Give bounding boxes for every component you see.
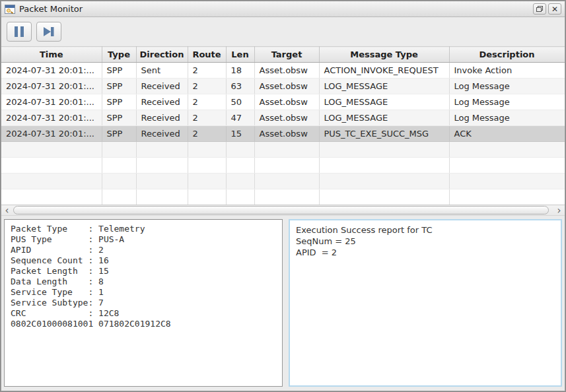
toolbar — [1, 17, 565, 46]
empty-table-row — [1, 142, 565, 158]
pause-icon — [15, 26, 24, 37]
table-cell — [102, 142, 136, 158]
packet-table: TimeTypeDirectionRouteLenTargetMessage T… — [1, 46, 565, 205]
table-cell — [1, 189, 102, 205]
message-details-text: Execution Success report for TC SeqNum =… — [290, 220, 561, 262]
table-cell — [1, 174, 102, 189]
table-cell — [449, 142, 565, 158]
table-row[interactable]: 2024-07-31 20:01:...SPPSent218Asset.obsw… — [1, 63, 565, 79]
packet-monitor-app-icon — [5, 5, 15, 14]
table-cell: Received — [136, 79, 188, 94]
table-cell: 15 — [226, 126, 254, 142]
table-cell: SPP — [102, 63, 136, 79]
table-cell: Asset.obsw — [254, 94, 319, 110]
column-header-len[interactable]: Len — [226, 47, 254, 63]
table-cell — [188, 189, 226, 205]
close-icon: ✕ — [551, 5, 558, 13]
table-cell: 2024-07-31 20:01:... — [1, 126, 102, 142]
table-cell — [449, 174, 565, 189]
table-cell — [188, 174, 226, 189]
restore-icon — [536, 6, 543, 12]
packet-monitor-window: Packet Monitor ✕ TimeTypeDirection — [0, 0, 566, 392]
table-cell: PUS_TC_EXE_SUCC_MSG — [319, 126, 449, 142]
restore-button[interactable] — [533, 3, 546, 15]
table-cell: ACK — [449, 126, 565, 142]
pause-button[interactable] — [7, 22, 32, 42]
table-cell: 2024-07-31 20:01:... — [1, 79, 102, 94]
table-cell: SPP — [102, 110, 136, 126]
table-cell: LOG_MESSAGE — [319, 110, 449, 126]
table-cell: 2 — [188, 126, 226, 142]
table-cell: Asset.obsw — [254, 126, 319, 142]
table-cell — [319, 189, 449, 205]
table-cell: Log Message — [449, 94, 565, 110]
table-row[interactable]: 2024-07-31 20:01:...SPPReceived250Asset.… — [1, 94, 565, 110]
table-cell — [449, 189, 565, 205]
table-cell: 2024-07-31 20:01:... — [1, 110, 102, 126]
table-cell: SPP — [102, 79, 136, 94]
column-header-route[interactable]: Route — [188, 47, 226, 63]
column-header-direction[interactable]: Direction — [136, 47, 188, 63]
step-forward-button[interactable] — [36, 22, 61, 42]
message-details-panel[interactable]: Execution Success report for TC SeqNum =… — [289, 219, 562, 387]
titlebar[interactable]: Packet Monitor ✕ — [1, 1, 565, 17]
table-cell: 2 — [188, 63, 226, 79]
column-header-target[interactable]: Target — [254, 47, 319, 63]
packet-details-panel[interactable]: Packet Type : Telemetry PUS Type : PUS-A… — [4, 219, 283, 387]
table-cell: 2 — [188, 79, 226, 94]
table-cell — [226, 158, 254, 174]
horizontal-scrollbar[interactable]: ‹ › — [1, 205, 565, 216]
table-cell — [254, 189, 319, 205]
table-cell: Received — [136, 126, 188, 142]
detail-panels: Packet Type : Telemetry PUS Type : PUS-A… — [4, 219, 562, 387]
table-cell — [319, 174, 449, 189]
table-cell: SPP — [102, 94, 136, 110]
table-cell: Invoke Action — [449, 63, 565, 79]
table-cell: Asset.obsw — [254, 79, 319, 94]
column-header-message-type[interactable]: Message Type — [319, 47, 449, 63]
table-cell: 2 — [188, 110, 226, 126]
table-cell — [188, 142, 226, 158]
table-cell — [136, 189, 188, 205]
table-cell — [1, 158, 102, 174]
table-cell: 50 — [226, 94, 254, 110]
table-cell — [226, 189, 254, 205]
table-cell: Asset.obsw — [254, 110, 319, 126]
table-cell — [254, 142, 319, 158]
table-cell: Asset.obsw — [254, 63, 319, 79]
column-header-time[interactable]: Time — [1, 47, 102, 63]
empty-table-row — [1, 189, 565, 205]
table-cell — [319, 158, 449, 174]
chevron-right-icon[interactable]: › — [553, 205, 565, 215]
scrollbar-thumb[interactable] — [13, 206, 549, 214]
table-cell: Received — [136, 94, 188, 110]
chevron-left-icon[interactable]: ‹ — [1, 205, 13, 215]
table-cell: ACTION_INVOKE_REQUEST — [319, 63, 449, 79]
table-row[interactable]: 2024-07-31 20:01:...SPPReceived263Asset.… — [1, 79, 565, 94]
table-cell: 2024-07-31 20:01:... — [1, 63, 102, 79]
table-cell — [1, 142, 102, 158]
packet-table-header-row: TimeTypeDirectionRouteLenTargetMessage T… — [1, 47, 565, 63]
close-button[interactable]: ✕ — [548, 3, 561, 15]
column-header-description[interactable]: Description — [449, 47, 565, 63]
table-cell: Received — [136, 110, 188, 126]
table-cell: LOG_MESSAGE — [319, 94, 449, 110]
table-cell: Log Message — [449, 110, 565, 126]
table-row[interactable]: 2024-07-31 20:01:...SPPReceived215Asset.… — [1, 126, 565, 142]
column-header-type[interactable]: Type — [102, 47, 136, 63]
table-cell: SPP — [102, 126, 136, 142]
table-row[interactable]: 2024-07-31 20:01:...SPPReceived247Asset.… — [1, 110, 565, 126]
table-cell — [136, 174, 188, 189]
table-cell — [226, 174, 254, 189]
table-cell — [136, 142, 188, 158]
step-forward-icon — [43, 26, 55, 37]
table-cell: 18 — [226, 63, 254, 79]
table-cell — [102, 174, 136, 189]
table-cell — [226, 142, 254, 158]
table-cell — [102, 189, 136, 205]
packet-details-text: Packet Type : Telemetry PUS Type : PUS-A… — [5, 220, 282, 333]
table-cell: Sent — [136, 63, 188, 79]
table-cell — [102, 158, 136, 174]
table-cell: 47 — [226, 110, 254, 126]
table-cell — [449, 158, 565, 174]
